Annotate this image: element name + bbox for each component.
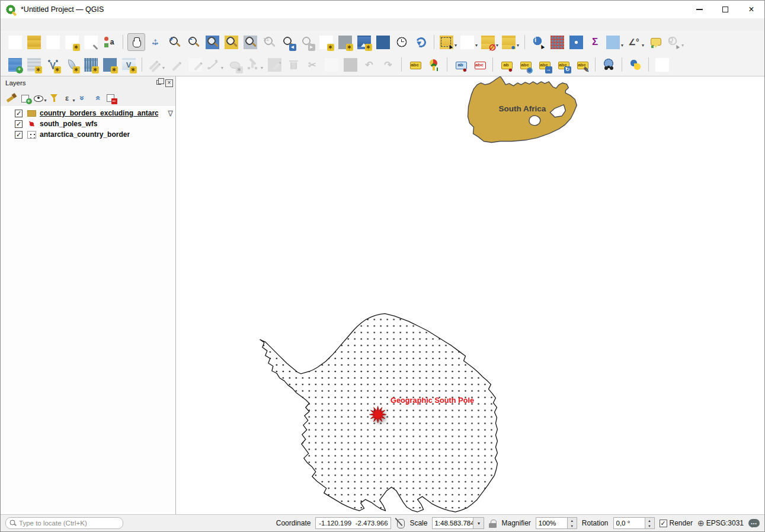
open-project-button[interactable]: ▾ bbox=[25, 33, 43, 51]
spin-up-icon[interactable]: ▲ bbox=[645, 518, 654, 523]
filter-legend-button[interactable]: ▾ bbox=[47, 91, 61, 105]
lock-scale-icon[interactable] bbox=[489, 519, 497, 528]
select-features-by-value-button[interactable]: ▾ bbox=[459, 33, 479, 51]
scale-dropdown-button[interactable]: ▾ bbox=[473, 517, 484, 529]
change-label-button[interactable]: abc✎ ▾ bbox=[573, 56, 591, 73]
new-spatialite-layer-button[interactable]: ✶ ▾ bbox=[63, 56, 81, 73]
map-canvas[interactable]: South Africa Geographic South Pole bbox=[176, 76, 764, 514]
menu-item[interactable] bbox=[69, 18, 79, 31]
new-geopackage-layer-button[interactable]: ✶ ▾ bbox=[25, 56, 43, 73]
open-attribute-table-button[interactable]: ▾ bbox=[548, 33, 566, 51]
collapse-all-button[interactable]: » ▾ bbox=[89, 91, 104, 105]
new-project-button[interactable]: ▾ bbox=[6, 33, 24, 51]
remove-layer-button[interactable]: ▾ bbox=[104, 91, 118, 105]
magnifier-spin-buttons[interactable]: ▲ ▼ bbox=[568, 517, 577, 529]
layer-item-antarctica-border[interactable]: ✓ antarctica_country_border bbox=[1, 129, 175, 140]
deselect-features-button[interactable]: ∅ ▾ bbox=[480, 33, 500, 51]
menu-item[interactable] bbox=[60, 18, 69, 31]
layer-checkbox[interactable]: ✓ bbox=[15, 131, 23, 139]
panel-close-button[interactable]: × bbox=[165, 79, 173, 87]
pin-labels-blue-button[interactable]: ab● ▾ bbox=[452, 56, 469, 73]
spin-up-icon[interactable]: ▲ bbox=[568, 518, 577, 523]
layer-labeling-options-button[interactable]: abc ▾ bbox=[406, 56, 424, 73]
spin-down-icon[interactable]: ▼ bbox=[645, 523, 654, 528]
show-bookmarks-panel-button[interactable]: ▾ bbox=[374, 33, 392, 51]
menu-item[interactable] bbox=[41, 18, 50, 31]
menu-item[interactable] bbox=[22, 18, 31, 31]
maximize-button[interactable] bbox=[712, 1, 738, 18]
help-button[interactable]: ? ▾ bbox=[653, 56, 671, 73]
menu-item[interactable] bbox=[98, 18, 107, 31]
layer-item-country-borders[interactable]: ✓ country_borders_excluding_antarct ∇ bbox=[1, 108, 175, 118]
new-gpx-layer-button[interactable]: V✶ ▾ bbox=[120, 56, 137, 73]
zoom-out-button[interactable]: − ▾ bbox=[184, 33, 202, 51]
temporal-controller-button[interactable]: ▾ bbox=[393, 33, 411, 51]
pan-map-button[interactable]: ▾ bbox=[127, 33, 145, 51]
render-checkbox[interactable]: ✓ bbox=[660, 520, 667, 527]
zoom-last-button[interactable]: ◂ ▾ bbox=[279, 33, 297, 51]
title-bar[interactable]: *Untitled Project — QGIS × bbox=[1, 1, 764, 18]
show-bookmark-manager-button[interactable]: ✶ ▾ bbox=[355, 33, 373, 51]
layer-checkbox[interactable]: ✓ bbox=[15, 120, 23, 128]
spin-down-icon[interactable]: ▼ bbox=[568, 523, 577, 528]
move-label-button[interactable]: abc→ ▾ bbox=[535, 56, 553, 73]
metasearch-button[interactable]: ▾ bbox=[600, 56, 617, 73]
identify-features-button[interactable]: i ▾ bbox=[529, 33, 547, 51]
new-spatial-bookmark-button[interactable]: ✶ ▾ bbox=[317, 33, 335, 51]
menu-item[interactable] bbox=[3, 18, 12, 31]
menu-item[interactable] bbox=[107, 18, 117, 31]
menu-item[interactable] bbox=[79, 18, 88, 31]
statistical-summary-button[interactable]: Σ ▾ bbox=[586, 33, 604, 51]
pan-to-selection-button[interactable]: ▾ bbox=[146, 33, 164, 51]
minimize-button[interactable] bbox=[686, 1, 712, 18]
menu-item[interactable] bbox=[31, 18, 41, 31]
save-project-button[interactable]: ▾ bbox=[44, 33, 62, 51]
new-print-layout-button[interactable]: ✶ ▾ bbox=[63, 33, 81, 51]
filter-by-expression-button[interactable]: ε ▾ bbox=[61, 91, 75, 105]
open-layer-styling-button[interactable]: ▾ bbox=[4, 91, 18, 105]
messages-button[interactable]: ••• bbox=[748, 519, 760, 527]
extents-mouse-toggle-icon[interactable] bbox=[396, 518, 405, 528]
layer-diagram-options-button[interactable]: ▾ bbox=[425, 56, 443, 73]
refresh-map-button[interactable]: ▾ bbox=[412, 33, 430, 51]
magnifier-input[interactable] bbox=[536, 517, 568, 529]
show-hide-labels-button[interactable]: abc◉ ▾ bbox=[516, 56, 534, 73]
zoom-to-layer-button[interactable]: ▾ bbox=[241, 33, 259, 51]
locate-input[interactable] bbox=[19, 520, 119, 527]
zoom-full-extent-button[interactable]: ▾ bbox=[203, 33, 221, 51]
map-tips-button[interactable]: ▾ bbox=[646, 33, 664, 51]
rotate-label-button[interactable]: abc↻ ▾ bbox=[554, 56, 572, 73]
select-by-location-button[interactable]: ● ▾ bbox=[501, 33, 520, 51]
new-mesh-layer-button[interactable]: ✶ ▾ bbox=[101, 56, 119, 73]
rotation-spin-buttons[interactable]: ▲ ▼ bbox=[645, 517, 655, 529]
render-toggle[interactable]: ✓ Render bbox=[660, 519, 693, 527]
close-button[interactable]: × bbox=[738, 1, 764, 18]
menu-item[interactable] bbox=[12, 18, 22, 31]
measure-button[interactable]: ∠° ▾ bbox=[626, 33, 645, 51]
style-manager-button[interactable]: a ▾ bbox=[101, 33, 119, 51]
rotation-input[interactable] bbox=[613, 517, 645, 529]
coordinate-input[interactable] bbox=[315, 517, 391, 529]
zoom-to-selection-button[interactable]: ▾ bbox=[222, 33, 240, 51]
expand-all-button[interactable]: » ▾ bbox=[75, 91, 89, 105]
show-spatial-bookmarks-button[interactable]: ✶ ▾ bbox=[336, 33, 354, 51]
menu-item[interactable] bbox=[50, 18, 60, 31]
show-layout-manager-button[interactable]: ▾ bbox=[82, 33, 100, 51]
select-features-button[interactable]: ▾ bbox=[438, 33, 458, 51]
pin-unpin-labels-button[interactable]: ab● ▾ bbox=[497, 56, 515, 73]
python-console-button[interactable]: ▾ bbox=[626, 56, 644, 73]
zoom-in-button[interactable]: + ▾ bbox=[165, 33, 183, 51]
new-shapefile-layer-button[interactable]: V✶ ▾ bbox=[44, 56, 62, 73]
menu-item[interactable] bbox=[117, 18, 126, 31]
scale-input[interactable] bbox=[432, 517, 473, 529]
menu-item[interactable] bbox=[88, 18, 98, 31]
crs-status[interactable]: ⊕ EPSG:3031 bbox=[697, 519, 744, 527]
layer-checkbox[interactable]: ✓ bbox=[15, 110, 23, 117]
highlight-labels-button[interactable]: abc ▾ bbox=[470, 56, 488, 73]
open-data-source-manager-button[interactable]: + ▾ bbox=[6, 56, 24, 73]
attribute-table-options-button[interactable]: ▾ bbox=[605, 33, 625, 51]
processing-toolbox-button[interactable]: ▾ bbox=[567, 33, 585, 51]
layer-item-south-poles-wfs[interactable]: ✓ south_poles_wfs bbox=[1, 118, 175, 129]
manage-map-themes-button[interactable]: ▾ bbox=[33, 91, 47, 105]
panel-float-button[interactable] bbox=[155, 79, 164, 87]
